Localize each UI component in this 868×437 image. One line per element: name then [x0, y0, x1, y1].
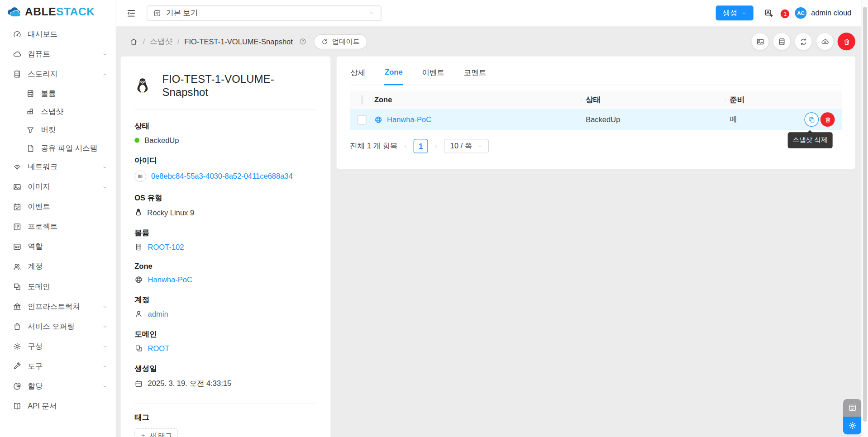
globe-icon	[134, 276, 143, 284]
wifi-icon	[13, 163, 22, 172]
select-all-checkbox[interactable]	[362, 95, 362, 104]
chevron-up-icon	[102, 71, 108, 77]
sidebar-item-snapshots[interactable]: 스냅샷	[0, 102, 116, 120]
chevron-down-icon	[477, 143, 482, 149]
page-title: FIO-TEST-1-VOLUME-Snapshot	[162, 73, 316, 98]
next-page-icon[interactable]	[433, 143, 439, 149]
snapshot-icon	[26, 107, 35, 116]
page-size-value: 10 / 쪽	[450, 141, 472, 151]
sidebar-nav: 대시보드 컴퓨트 스토리지 볼륨 스냅샷 버	[0, 23, 116, 416]
sidebar-item-images[interactable]: 이미지	[0, 177, 116, 197]
brand-able: ABLE	[25, 5, 56, 18]
create-volume-button[interactable]	[773, 33, 791, 50]
sidebar-item-configuration[interactable]: 구성	[0, 337, 116, 356]
gear-icon	[13, 342, 22, 351]
sidebar-item-label: 프로젝트	[28, 222, 57, 232]
sync-icon	[799, 38, 807, 46]
create-button[interactable]: 생성	[716, 5, 754, 20]
sidebar-item-infrastructure[interactable]: 인프라스트럭쳐	[0, 297, 116, 317]
event-calendar-icon	[13, 203, 22, 212]
scrollbar-track	[861, 0, 868, 437]
field-label: 도메인	[134, 329, 316, 339]
notification-badge: 1	[781, 9, 790, 18]
event-timeline-button[interactable]	[843, 399, 861, 417]
sidebar-item-network[interactable]: 네트워크	[0, 157, 116, 177]
sidebar-item-volumes[interactable]: 볼륨	[0, 84, 116, 102]
column-header-status: 상태	[581, 95, 725, 105]
current-page-button[interactable]: 1	[414, 139, 428, 153]
domain-block-icon	[13, 282, 22, 291]
sidebar-item-label: 네트워크	[28, 162, 57, 172]
tab-events[interactable]: 이벤트	[421, 62, 445, 85]
sidebar-item-service-offerings[interactable]: 서비스 오퍼링	[0, 317, 116, 337]
sidebar-item-label: 도구	[28, 361, 43, 371]
breadcrumb: / 스냅샷 / FIO-TEST-1-VOLUME-Snapshot	[129, 37, 306, 47]
sidebar-item-shared-filesystem[interactable]: 공유 파일 시스템	[0, 139, 116, 157]
wrench-icon	[13, 362, 22, 371]
sidebar-item-buckets[interactable]: 버킷	[0, 121, 116, 139]
download-snapshot-button[interactable]	[816, 33, 834, 50]
field-ostype: OS 유형 Rocky Linux 9	[134, 193, 316, 217]
picture-icon	[756, 38, 764, 46]
sidebar-item-accounts[interactable]: 계정	[0, 257, 116, 277]
help-circle-icon[interactable]	[299, 38, 306, 45]
field-label: 볼륨	[134, 228, 316, 238]
tags-section: 태그 새 태그	[134, 413, 316, 437]
sidebar-item-events[interactable]: 이벤트	[0, 197, 116, 217]
field-label: Zone	[134, 262, 316, 271]
sidebar: ABLESTACK 대시보드 컴퓨트 스토리지 볼륨	[0, 0, 116, 437]
create-template-button[interactable]	[751, 33, 769, 50]
sidebar-item-roles[interactable]: 역할	[0, 237, 116, 257]
sidebar-item-dashboard[interactable]: 대시보드	[0, 24, 116, 44]
tab-details[interactable]: 상세	[350, 62, 366, 85]
domain-link[interactable]: ROOT	[148, 344, 170, 352]
sidebar-item-compute[interactable]: 컴퓨트	[0, 44, 116, 64]
pagination: 전체 1 개 항목 1 10 / 쪽	[350, 139, 842, 153]
sidebar-item-label: 컴퓨트	[28, 49, 50, 59]
sidebar-item-domains[interactable]: 도메인	[0, 277, 116, 297]
volume-link[interactable]: ROOT-102	[148, 243, 184, 251]
table-row[interactable]: Hanwha-PoC BackedUp 예	[350, 109, 842, 130]
sidebar-item-tools[interactable]: 도구	[0, 356, 116, 376]
brand-logo[interactable]: ABLESTACK	[0, 0, 116, 23]
zone-cell-link[interactable]: Hanwha-PoC	[387, 115, 431, 124]
column-header-ready: 준비	[725, 95, 799, 105]
settings-button[interactable]	[843, 417, 861, 434]
row-checkbox[interactable]	[357, 115, 367, 124]
scrollbar-thumb[interactable]	[863, 7, 867, 422]
sidebar-item-label: 할당	[28, 381, 43, 391]
sidebar-item-storage[interactable]: 스토리지	[0, 64, 116, 84]
user-menu[interactable]: AC admin cloud	[795, 7, 852, 19]
divider	[134, 109, 316, 110]
prev-page-icon[interactable]	[403, 143, 409, 149]
view-select[interactable]: 기본 보기	[147, 5, 382, 21]
page-size-select[interactable]: 10 / 쪽	[444, 139, 489, 153]
username: admin cloud	[811, 9, 851, 17]
sidebar-item-projects[interactable]: 프로젝트	[0, 217, 116, 237]
sidebar-item-quota[interactable]: 할당	[0, 376, 116, 396]
book-icon	[13, 402, 22, 411]
tab-zone[interactable]: Zone	[384, 62, 403, 85]
pagination-total: 전체 1 개 항목	[350, 141, 398, 151]
breadcrumb-item-current: FIO-TEST-1-VOLUME-Snapshot	[184, 38, 293, 46]
tab-comments[interactable]: 코멘트	[463, 62, 487, 85]
revert-snapshot-button[interactable]	[794, 33, 812, 50]
home-icon[interactable]	[129, 38, 138, 46]
update-button[interactable]: 업데이트	[314, 34, 367, 49]
globe-icon	[374, 115, 382, 124]
translate-icon[interactable]	[764, 8, 774, 18]
snapshot-id-link[interactable]: 0e8ebc84-55a3-4030-8a52-0411ce688a34	[151, 172, 293, 180]
delete-snapshot-button[interactable]	[838, 33, 855, 50]
zone-link[interactable]: Hanwha-PoC	[148, 276, 192, 284]
breadcrumb-separator: /	[177, 38, 180, 46]
copy-snapshot-button[interactable]	[804, 112, 819, 127]
breadcrumb-item-snapshots[interactable]: 스냅샷	[150, 37, 172, 47]
sidebar-item-label: 버킷	[41, 125, 56, 135]
delete-snapshot-row-button[interactable]	[820, 112, 835, 127]
sidebar-item-api-docs[interactable]: API 문서	[0, 396, 116, 416]
menu-fold-icon[interactable]	[126, 8, 136, 18]
chevron-down-icon	[102, 343, 108, 349]
field-volume: 볼륨 ROOT-102	[134, 228, 316, 251]
add-tag-button[interactable]: 새 태그	[134, 428, 177, 437]
account-link[interactable]: admin	[148, 310, 168, 318]
